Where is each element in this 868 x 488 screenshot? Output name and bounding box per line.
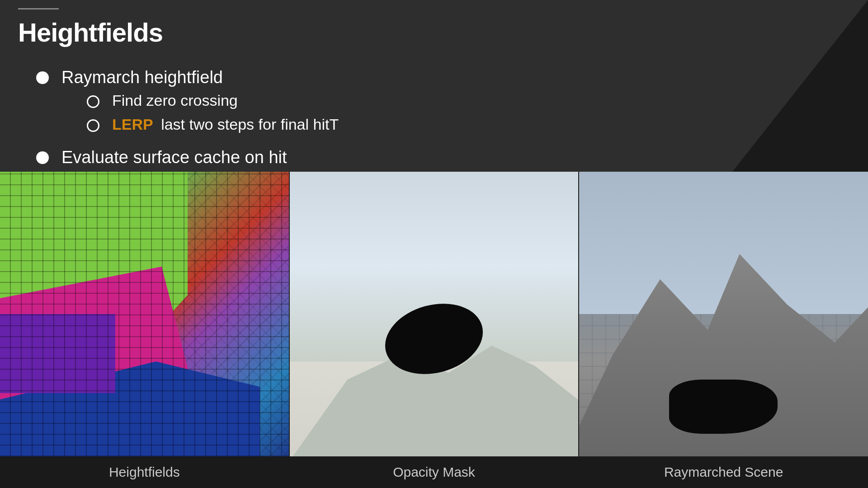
sub-item-lerp: LERP last two steps for final hitT <box>87 116 339 133</box>
raymarched-hole <box>669 380 778 434</box>
images-section: Heightfields Opacity Mask Raymarched Sce… <box>0 172 868 488</box>
bullet-dot-empty-1 <box>87 95 99 108</box>
page-title: Heightfields <box>18 17 163 47</box>
slide-container: Heightfields Raymarch heightfield Find z… <box>0 0 868 488</box>
hf-grid-overlay <box>0 172 289 488</box>
sub-text-lerp: last two steps for final hitT <box>157 116 339 133</box>
bullet-dot-filled-2 <box>36 151 49 164</box>
bullet-text-raymarch: Raymarch heightfield <box>61 68 223 87</box>
top-accent-line <box>18 8 59 9</box>
bullet-text-evaluate: Evaluate surface cache on hit <box>61 148 287 167</box>
image-panel-raymarched: Raymarched Scene <box>578 172 868 488</box>
image-label-heightfields: Heightfields <box>0 456 289 488</box>
lerp-highlight: LERP <box>112 116 153 133</box>
image-panel-opacity: Opacity Mask <box>289 172 579 488</box>
image-panel-heightfields: Heightfields <box>0 172 289 488</box>
sub-item-find-zero: Find zero crossing <box>87 92 339 109</box>
bullet-dot-filled-1 <box>36 71 49 84</box>
image-label-raymarched: Raymarched Scene <box>579 456 868 488</box>
opacity-mask-shape <box>371 280 497 380</box>
image-label-opacity: Opacity Mask <box>290 456 579 488</box>
sub-text-find-zero: Find zero crossing <box>112 92 238 109</box>
terrain-heightfields <box>0 172 289 488</box>
bullet-dot-empty-2 <box>87 119 99 132</box>
sub-list-raymarch: Find zero crossing LERP last two steps f… <box>87 92 339 133</box>
bullet-item-raymarch: Raymarch heightfield Find zero crossing … <box>36 68 850 140</box>
